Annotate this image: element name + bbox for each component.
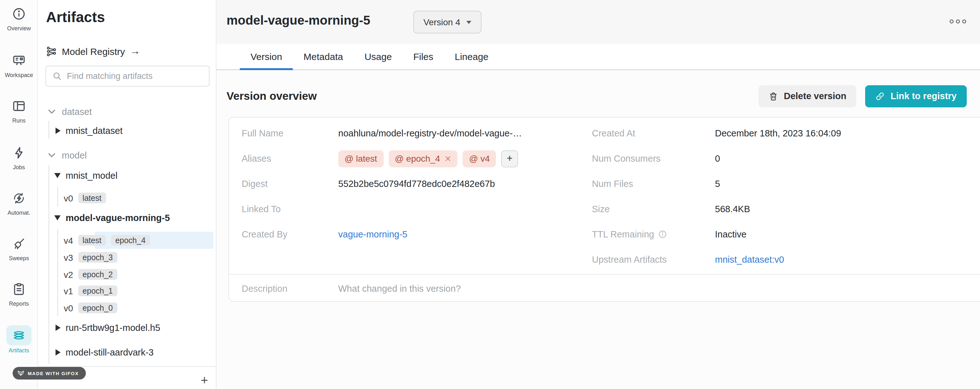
tree-item-mnist-dataset[interactable]: mnist_dataset	[38, 123, 216, 139]
tab-usage[interactable]: Usage	[354, 44, 402, 70]
trash-icon	[768, 91, 778, 101]
version-badge: epoch_2	[78, 269, 118, 280]
info-icon	[11, 6, 27, 21]
artifact-label: run-5rtbw9g1-model.h5	[66, 323, 160, 333]
layers-icon	[6, 325, 32, 346]
tree-item-model-still-aardvark-3[interactable]: model-still-aardvark-3	[38, 344, 216, 360]
add-artifact-button[interactable]: +	[196, 373, 213, 388]
caret-right-icon	[56, 349, 60, 356]
created-at-value: December 18th, 2023 16:04:09	[715, 128, 841, 138]
automations-icon	[11, 191, 27, 206]
alias-chip[interactable]: @ epoch_4✕	[388, 150, 458, 167]
version-row-v1[interactable]: v1 epoch_1	[38, 282, 216, 299]
nav-label: Runs	[0, 118, 38, 124]
artifacts-page: Overview Workspace Runs Jobs Automat. Sw…	[0, 0, 980, 389]
version-row-v2[interactable]: v2 epoch_2	[38, 266, 216, 283]
dot-icon	[950, 19, 953, 23]
overflow-menu-button[interactable]	[950, 19, 966, 23]
version-row-v3[interactable]: v3 epoch_3	[38, 249, 216, 266]
nav-label: Jobs	[0, 164, 38, 171]
nav-item-runs[interactable]: Runs	[0, 99, 38, 124]
version-row-mnist-v0[interactable]: v0 latest	[38, 190, 216, 207]
artifact-label: mnist_model	[66, 171, 118, 180]
nav-item-sweeps[interactable]: Sweeps	[0, 236, 38, 261]
overview-right-column: Created At December 18th, 2023 16:04:09 …	[592, 121, 970, 272]
version-selector-label: Version 4	[423, 17, 460, 27]
field-ttl-remaining: TTL Remaining Inactive	[592, 222, 970, 247]
version-label: v0	[64, 303, 73, 313]
tab-bar: Version Metadata Usage Files Lineage	[216, 44, 980, 70]
field-linked-to: Linked To	[229, 196, 592, 222]
broom-icon	[11, 236, 27, 251]
tree-section-dataset[interactable]: dataset	[38, 104, 216, 120]
link-icon	[875, 91, 885, 101]
info-icon[interactable]	[658, 230, 667, 239]
section-label: model	[62, 150, 87, 160]
full-name-value: noahluna/model-registry-dev/model-vague-…	[338, 128, 522, 138]
workspace-icon	[11, 53, 27, 68]
link-to-registry-label: Link to registry	[891, 91, 957, 101]
caret-right-icon	[56, 325, 60, 331]
link-to-registry-button[interactable]: Link to registry	[865, 85, 967, 107]
version-row-v4-selected[interactable]: v4 latest epoch_4	[38, 232, 216, 249]
alias-chip[interactable]: @ latest	[338, 150, 383, 167]
field-label: Upstream Artifacts	[592, 255, 715, 265]
model-registry-link[interactable]: Model Registry →	[46, 45, 140, 57]
search-input[interactable]	[67, 71, 202, 81]
dot-icon	[956, 19, 960, 23]
arrow-right-icon: →	[130, 45, 140, 57]
num-files-value: 5	[715, 179, 720, 189]
caret-down-icon	[54, 173, 60, 178]
nav-label: Workspace	[0, 72, 38, 78]
ttl-value: Inactive	[715, 229, 746, 239]
nav-item-automations[interactable]: Automat.	[0, 191, 38, 216]
tab-files[interactable]: Files	[402, 44, 444, 70]
alias-text: @ latest	[345, 153, 377, 164]
nav-item-reports[interactable]: Reports	[0, 282, 38, 307]
tab-lineage[interactable]: Lineage	[444, 44, 499, 70]
field-num-files: Num Files 5	[592, 171, 970, 196]
version-badge: epoch_3	[78, 252, 118, 263]
tree-item-mnist-model[interactable]: mnist_model	[38, 167, 216, 184]
add-alias-button[interactable]: +	[501, 150, 518, 167]
alias-text: @ epoch_4	[395, 153, 440, 164]
delete-version-button[interactable]: Delete version	[759, 85, 856, 107]
version-selector-dropdown[interactable]: Version 4	[413, 11, 482, 33]
artifacts-sidebar: Artifacts Model Registry → dataset mnist…	[38, 0, 216, 389]
overview-toolbar: Version overview Delete version Link to …	[226, 84, 967, 107]
lightning-icon	[11, 145, 27, 160]
version-overview-panel: Full Name noahluna/model-registry-dev/mo…	[228, 117, 980, 302]
field-label: Num Files	[592, 179, 715, 189]
section-heading: Version overview	[226, 89, 317, 103]
field-upstream-artifacts: Upstream Artifacts mnist_dataset:v0	[592, 247, 970, 272]
tab-metadata[interactable]: Metadata	[293, 44, 354, 70]
tree-item-run-model-h5[interactable]: run-5rtbw9g1-model.h5	[38, 320, 216, 336]
created-by-link[interactable]: vague-morning-5	[338, 229, 407, 239]
field-label: Linked To	[229, 204, 338, 214]
version-badge: epoch_0	[78, 303, 118, 313]
artifact-label: mnist_dataset	[66, 126, 123, 136]
version-badge: latest	[78, 235, 106, 246]
tree-item-model-vague-morning-5[interactable]: model-vague-morning-5	[38, 210, 216, 226]
search-icon	[52, 71, 62, 81]
alias-chip[interactable]: @ v4	[463, 150, 496, 167]
nav-label: Reports	[0, 301, 38, 307]
field-label: Full Name	[229, 128, 338, 138]
field-label: Created At	[592, 128, 715, 138]
description-placeholder[interactable]: What changed in this version?	[338, 284, 461, 293]
size-value: 568.4KB	[715, 204, 750, 214]
nav-item-artifacts[interactable]: Artifacts	[0, 325, 38, 354]
overview-left-column: Full Name noahluna/model-registry-dev/mo…	[229, 121, 592, 247]
upstream-artifact-link[interactable]: mnist_dataset:v0	[715, 255, 784, 265]
nav-item-overview[interactable]: Overview	[0, 6, 38, 32]
nav-item-workspace[interactable]: Workspace	[0, 53, 38, 78]
digest-value: 552b2be5c0794fd778edc0e2f482e67b	[338, 179, 495, 189]
tab-version[interactable]: Version	[240, 44, 293, 70]
version-row-v0[interactable]: v0 epoch_0	[38, 299, 216, 316]
remove-alias-icon[interactable]: ✕	[445, 154, 452, 163]
nav-item-jobs[interactable]: Jobs	[0, 145, 38, 171]
tree-section-model[interactable]: model	[38, 147, 216, 164]
num-consumers-value: 0	[715, 153, 720, 164]
ttl-label: TTL Remaining	[592, 229, 654, 239]
alias-chip-list: @ latest @ epoch_4✕ @ v4 +	[338, 150, 518, 167]
